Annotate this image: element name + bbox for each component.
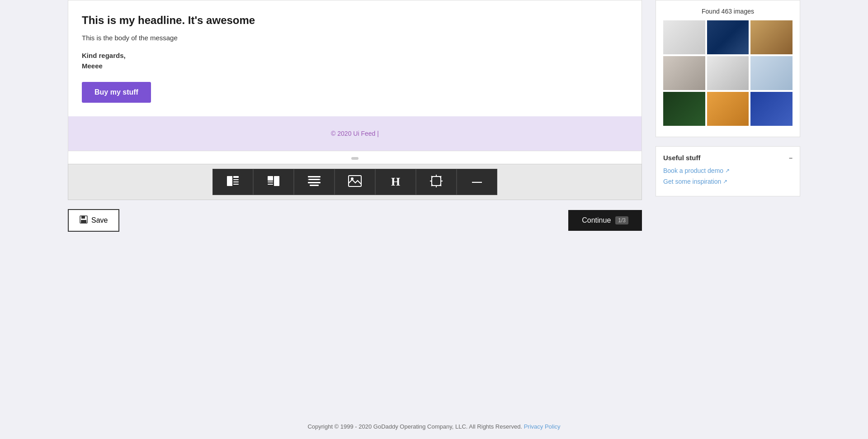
svg-rect-13 <box>310 185 319 186</box>
svg-rect-0 <box>227 176 232 186</box>
image-panel: Found 463 images <box>656 0 800 137</box>
image-grid <box>663 20 793 126</box>
heading-icon: H <box>391 175 400 189</box>
page-footer: Copyright © 1999 - 2020 GoDaddy Operatin… <box>0 414 868 439</box>
layout-image-text-button[interactable] <box>253 169 294 195</box>
svg-rect-26 <box>81 216 85 219</box>
email-signature: Kind regards, Meeee <box>82 51 628 71</box>
align-button[interactable] <box>294 169 335 195</box>
image-thumb[interactable] <box>750 92 793 126</box>
image-thumb[interactable] <box>707 56 749 90</box>
layout-image-text-icon <box>266 174 281 191</box>
svg-rect-7 <box>268 184 273 185</box>
image-thumb[interactable] <box>663 20 705 54</box>
action-row: Save Continue 1/3 <box>68 200 642 241</box>
divider-icon: — <box>472 176 482 188</box>
toolbar: H <box>68 164 642 200</box>
external-link-icon: ↗ <box>725 167 730 174</box>
image-button[interactable] <box>335 169 375 195</box>
image-thumb[interactable] <box>663 92 705 126</box>
image-thumb[interactable] <box>707 92 749 126</box>
animation-button[interactable] <box>416 169 457 195</box>
handle-dot <box>351 157 359 160</box>
layout-text-icon <box>226 174 240 191</box>
svg-rect-3 <box>233 181 239 182</box>
divider-button[interactable]: — <box>457 169 497 195</box>
animation-icon <box>429 174 443 191</box>
svg-rect-9 <box>308 176 321 177</box>
svg-rect-1 <box>233 176 239 178</box>
svg-rect-16 <box>432 177 441 186</box>
email-headline: This is my headline. It's awesome <box>82 14 628 27</box>
svg-rect-8 <box>274 176 279 186</box>
image-thumb[interactable] <box>750 56 793 90</box>
save-icon <box>80 215 88 225</box>
image-thumb[interactable] <box>750 20 793 54</box>
get-inspiration-link[interactable]: Get some inspiration ↗ <box>663 178 793 185</box>
right-panel: Found 463 images Useful stuff – Book a p… <box>656 0 800 241</box>
svg-rect-11 <box>309 179 320 180</box>
svg-rect-6 <box>268 181 273 182</box>
email-body: This is the body of the message <box>82 34 628 42</box>
toolbar-buttons: H <box>212 169 497 195</box>
svg-rect-5 <box>268 176 273 181</box>
privacy-policy-link[interactable]: Privacy Policy <box>524 423 561 430</box>
svg-rect-12 <box>308 182 321 183</box>
image-thumb[interactable] <box>663 56 705 90</box>
book-demo-link[interactable]: Book a product demo ↗ <box>663 167 793 174</box>
continue-badge: 1/3 <box>615 216 628 224</box>
image-icon <box>348 175 362 189</box>
layout-text-button[interactable] <box>212 169 253 195</box>
heading-button[interactable]: H <box>375 169 416 195</box>
external-link-icon: ↗ <box>723 178 727 185</box>
save-button[interactable]: Save <box>68 209 119 232</box>
found-count: Found 463 images <box>663 8 793 15</box>
editor-area: This is my headline. It's awesome This i… <box>68 0 642 241</box>
svg-rect-2 <box>233 179 239 180</box>
collapse-icon[interactable]: – <box>789 154 793 162</box>
useful-stuff-title: Useful stuff – <box>663 154 793 162</box>
continue-button[interactable]: Continue 1/3 <box>568 210 642 231</box>
email-footer: © 2020 Ui Feed | <box>68 116 642 151</box>
svg-rect-4 <box>233 184 239 185</box>
svg-rect-27 <box>81 220 86 223</box>
resize-handle[interactable] <box>68 151 642 164</box>
align-icon <box>307 175 321 190</box>
useful-stuff-panel: Useful stuff – Book a product demo ↗ Get… <box>656 146 800 196</box>
email-preview: This is my headline. It's awesome This i… <box>68 0 642 151</box>
cta-button[interactable]: Buy my stuff <box>82 82 151 103</box>
image-thumb[interactable] <box>707 20 749 54</box>
